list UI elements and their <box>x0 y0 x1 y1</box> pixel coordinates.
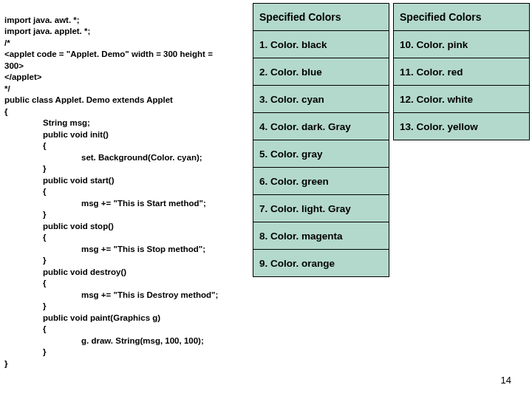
code-block: import java. awt. *; import java. applet… <box>4 3 248 370</box>
colors-table-2: Specified Colors 10. Color. pink 11. Col… <box>393 3 530 140</box>
code-line: } <box>4 301 46 310</box>
table-row: 3. Color. cyan <box>253 86 389 113</box>
code-line: public class Applet. Demo extends Applet <box>4 95 173 104</box>
code-line: /* <box>4 38 10 47</box>
table-row: 9. Color. orange <box>253 250 389 277</box>
code-line: import java. applet. *; <box>4 27 90 35</box>
table-row: 1. Color. black <box>253 31 389 58</box>
code-line: { <box>4 233 46 242</box>
code-line: set. Background(Color. cyan); <box>4 153 202 162</box>
code-line: public void start() <box>4 176 114 185</box>
table-header: Specified Colors <box>253 4 389 31</box>
table-row: 6. Color. green <box>253 168 389 195</box>
code-line: 300> <box>4 61 24 70</box>
table-row: 7. Color. light. Gray <box>253 195 389 222</box>
code-line: msg += "This is Start method"; <box>4 199 206 208</box>
code-line: { <box>4 187 46 196</box>
table-row: 2. Color. blue <box>253 58 389 86</box>
table-row: 10. Color. pink <box>394 31 530 58</box>
code-line: { <box>4 279 46 287</box>
code-line: } <box>4 347 46 356</box>
code-line: <applet code = "Applet. Demo" width = 30… <box>4 50 213 58</box>
code-line: } <box>4 359 7 368</box>
table-header: Specified Colors <box>394 4 530 31</box>
code-line: } <box>4 210 46 219</box>
code-line: { <box>4 107 7 116</box>
code-line: public void stop() <box>4 222 114 231</box>
code-line: import java. awt. *; <box>4 16 80 24</box>
code-line: public void init() <box>4 130 109 139</box>
code-line: } <box>4 256 46 265</box>
code-line: { <box>4 324 46 333</box>
code-line: public void destroy() <box>4 267 126 276</box>
table-row: 13. Color. yellow <box>394 113 530 140</box>
code-line: } <box>4 164 46 173</box>
code-line: g. draw. String(msg, 100, 100); <box>4 336 204 345</box>
table-row: 4. Color. dark. Gray <box>253 113 389 140</box>
page-number: 14 <box>501 375 511 386</box>
table-row: 12. Color. white <box>394 86 530 113</box>
table-row: 5. Color. gray <box>253 140 389 168</box>
code-line: msg += "This is Destroy method"; <box>4 290 218 299</box>
colors-table-1: Specified Colors 1. Color. black 2. Colo… <box>253 3 389 277</box>
table-row: 8. Color. magenta <box>253 222 389 250</box>
code-line: public void paint(Graphics g) <box>4 313 160 322</box>
code-line: </applet> <box>4 72 42 81</box>
code-line: String msg; <box>4 118 90 127</box>
code-line: { <box>4 141 46 150</box>
table-row: 11. Color. red <box>394 58 530 86</box>
code-line: */ <box>4 84 10 93</box>
code-line: msg += "This is Stop method"; <box>4 245 205 253</box>
